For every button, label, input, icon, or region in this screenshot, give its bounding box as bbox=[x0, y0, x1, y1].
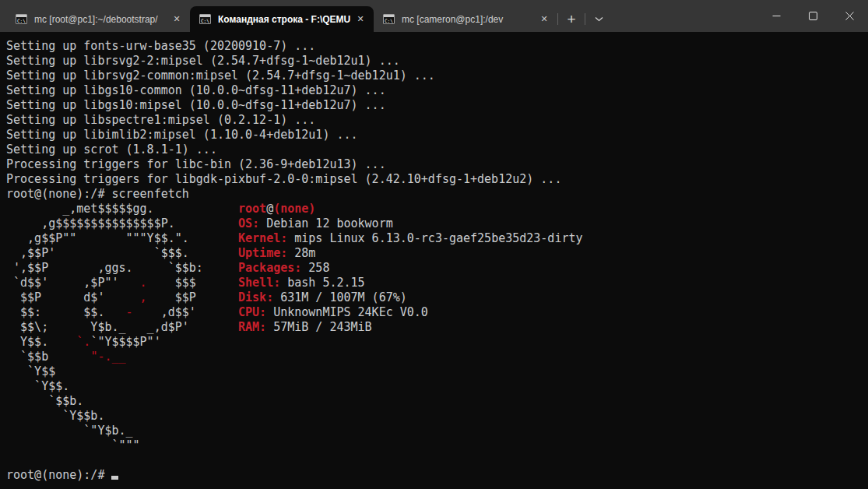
terminal-line: Setting up librsvg2-2:mipsel (2.54.7+dfs… bbox=[6, 54, 862, 69]
terminal-line: ,g$$$$$$$$$$$$$$$P. OS: Debian 12 bookwo… bbox=[6, 216, 862, 231]
tab-mc-root-debootstrap[interactable]: C:\ mc [root@pc1]:~/debootstrap/ ✕ bbox=[6, 6, 190, 32]
new-tab-button[interactable]: + bbox=[558, 9, 585, 30]
terminal-line: Processing triggers for libc-bin (2.36-9… bbox=[6, 157, 862, 172]
terminal-line: Setting up libgs10-common (10.0.0~dfsg-1… bbox=[6, 83, 862, 98]
maximize-button[interactable] bbox=[795, 0, 831, 32]
terminal-line: `Y$$. bbox=[6, 379, 862, 394]
terminal-line: Y$$. `.`"Y$$$$P"' bbox=[6, 335, 862, 350]
terminal-line bbox=[6, 453, 862, 468]
plus-icon: + bbox=[567, 12, 575, 26]
terminal-cursor bbox=[111, 476, 118, 480]
terminal-line: Processing triggers for libgdk-pixbuf-2.… bbox=[6, 172, 862, 187]
terminal-line: $$\; Y$b._ _,d$P' RAM: 57MiB / 243MiB bbox=[6, 320, 862, 335]
terminal-content[interactable]: Setting up fonts-urw-base35 (20200910-7)… bbox=[0, 32, 868, 489]
tab-cmd-qemu[interactable]: C:\ Командная строка - F:\QEMU ✕ bbox=[190, 6, 374, 32]
terminal-line: `$$b "-.__ bbox=[6, 350, 862, 364]
tab-dropdown-button[interactable] bbox=[585, 9, 612, 30]
terminal-line: Setting up libgs10:mipsel (10.0.0~dfsg-1… bbox=[6, 98, 862, 113]
terminal-line: `d$$' ,$P"' . $$$ Shell: bash 5.2.15 bbox=[6, 276, 862, 290]
terminal-line: $$P d$' , $$P Disk: 631M / 1007M (67%) bbox=[6, 290, 862, 305]
tab-bar: C:\ mc [root@pc1]:~/debootstrap/ ✕ C:\ К… bbox=[0, 0, 868, 32]
terminal-line: root@(none):/# screenfetch bbox=[6, 187, 862, 202]
terminal-line: $$: $$. - ,d$$' CPU: UnknownMIPS 24KEc V… bbox=[6, 305, 862, 320]
minimize-icon bbox=[772, 12, 781, 20]
close-button[interactable] bbox=[831, 0, 868, 32]
terminal-line: _,met$$$$$gg. root@(none) bbox=[6, 202, 862, 216]
terminal-line: Setting up fonts-urw-base35 (20200910-7)… bbox=[6, 39, 862, 54]
cmd-icon: C:\ bbox=[16, 14, 27, 24]
terminal-line: Setting up librsvg2-common:mipsel (2.54.… bbox=[6, 69, 862, 83]
cmd-icon: C:\ bbox=[199, 14, 211, 24]
tab-close-icon[interactable]: ✕ bbox=[536, 11, 553, 28]
tab-close-icon[interactable]: ✕ bbox=[352, 11, 369, 28]
tab-title: mc [cameron@pc1]:/dev bbox=[402, 14, 536, 25]
terminal-line: Setting up libspectre1:mipsel (0.2.12-1)… bbox=[6, 113, 862, 128]
minimize-button[interactable] bbox=[758, 0, 795, 32]
chevron-down-icon bbox=[595, 16, 603, 22]
tab-close-icon[interactable]: ✕ bbox=[168, 11, 185, 28]
terminal-line: ,$$P' `$$$. Uptime: 28m bbox=[6, 246, 862, 261]
tab-title: Командная строка - F:\QEMU bbox=[218, 14, 352, 25]
terminal-window: C:\ mc [root@pc1]:~/debootstrap/ ✕ C:\ К… bbox=[0, 0, 868, 489]
terminal-line: ',$$P ,ggs. `$$b: Packages: 258 bbox=[6, 261, 862, 276]
terminal-line: `$$b. bbox=[6, 394, 862, 409]
terminal-line: Setting up libimlib2:mipsel (1.10.0-4+de… bbox=[6, 128, 862, 142]
terminal-line: root@(none):/# bbox=[6, 468, 862, 483]
terminal-line: `""" bbox=[6, 438, 862, 453]
terminal-line: `Y$$ bbox=[6, 364, 862, 379]
tab-title: mc [root@pc1]:~/debootstrap/ bbox=[34, 14, 168, 25]
terminal-line: `Y$$b. bbox=[6, 409, 862, 424]
terminal-line: ,g$$P"" """Y$$.". Kernel: mips Linux 6.1… bbox=[6, 231, 862, 246]
terminal-line: Setting up scrot (1.8.1-1) ... bbox=[6, 142, 862, 157]
tab-mc-cameron-dev[interactable]: C:\ mc [cameron@pc1]:/dev ✕ bbox=[374, 6, 557, 32]
cmd-icon: C:\ bbox=[383, 14, 395, 24]
window-controls bbox=[758, 0, 868, 32]
terminal-line: `"Y$b._ bbox=[6, 424, 862, 438]
maximize-icon bbox=[809, 12, 817, 20]
close-icon bbox=[845, 12, 854, 20]
